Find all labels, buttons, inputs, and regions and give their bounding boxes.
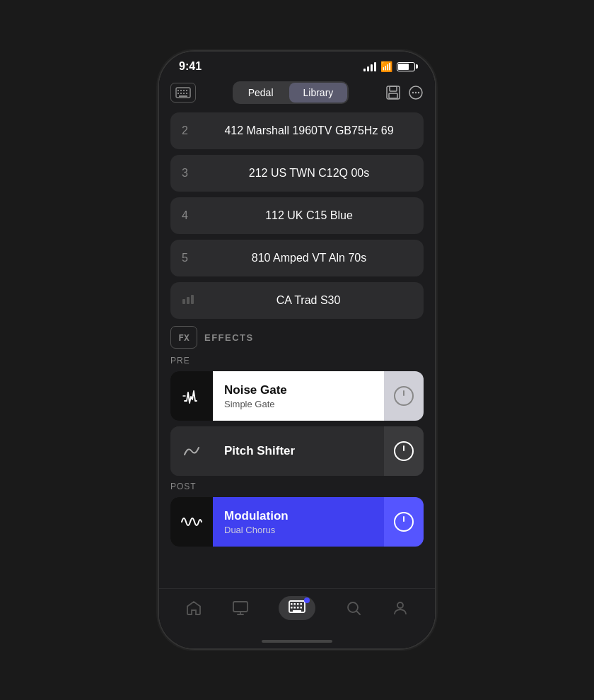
battery-icon [397,62,415,71]
nav-monitor[interactable] [232,600,249,617]
svg-point-16 [418,92,419,93]
modulation-name: Modulation [224,509,289,523]
bars-icon [182,293,197,308]
cabinet-num: 5 [182,252,196,264]
status-icons: 📶 [363,61,415,72]
svg-rect-6 [180,93,182,94]
nav-search[interactable] [345,600,362,617]
cabinet-num: 3 [182,167,196,180]
cabinet-num: 2 [182,124,196,137]
cabinet-name: 212 US TWN C12Q 00s [206,167,412,180]
noise-gate-name: Noise Gate [224,383,287,397]
noise-gate-item[interactable]: Noise Gate Simple Gate [170,371,424,421]
save-button[interactable] [385,85,401,100]
home-bar [262,640,332,643]
noise-gate-sub: Simple Gate [224,399,287,409]
svg-rect-5 [177,93,179,94]
svg-point-14 [412,92,414,93]
power-icon [394,512,414,532]
cabinet-name: 112 UK C15 Blue [206,209,412,222]
svg-rect-7 [183,93,185,94]
list-item[interactable]: 3 212 US TWN C12Q 00s [170,155,424,192]
content: 2 412 Marshall 1960TV GB75Hz 69 3 212 US… [159,112,435,588]
cabinet-name: 412 Marshall 1960TV GB75Hz 69 [206,124,412,137]
signal-icon [363,62,376,71]
svg-rect-26 [301,603,303,605]
svg-rect-24 [294,603,296,605]
effects-header: FX EFFECTS [170,326,424,349]
list-item[interactable]: 4 112 UK C15 Blue [170,197,424,234]
top-actions [385,85,424,100]
cabinet-num: 4 [182,209,196,222]
home-indicator [159,634,435,648]
nav-profile[interactable] [392,600,409,617]
status-bar: 9:41 📶 [159,52,435,76]
pre-label: PRE [170,356,424,366]
power-icon [394,386,414,406]
pedal-tab[interactable]: Pedal [234,83,288,103]
list-item[interactable]: 5 810 Amped VT Aln 70s [170,240,424,276]
screen: 9:41 📶 [159,52,435,648]
pitch-shifter-item[interactable]: Pitch Shifter [170,426,424,476]
noise-gate-content: Noise Gate Simple Gate [213,371,384,421]
svg-rect-29 [297,607,299,609]
noise-gate-power[interactable] [384,371,424,421]
modulation-item[interactable]: Modulation Dual Chorus [170,497,424,547]
cabinet-name: CA Trad S30 [204,294,412,307]
svg-rect-31 [293,610,301,612]
cabinet-name: 810 Amped VT Aln 70s [206,252,412,264]
svg-point-15 [415,92,417,93]
svg-rect-28 [294,607,296,609]
fx-badge: FX [170,326,197,349]
more-button[interactable] [408,85,424,100]
modulation-sub: Dual Chorus [224,525,289,535]
svg-rect-3 [183,90,185,91]
svg-rect-2 [180,90,182,91]
svg-rect-9 [179,95,187,97]
svg-rect-18 [187,297,190,304]
status-time: 9:41 [179,60,202,73]
modulation-content: Modulation Dual Chorus [213,497,384,547]
pitch-shifter-power[interactable] [384,426,424,476]
power-icon [394,441,414,461]
pitch-shifter-name: Pitch Shifter [224,444,295,458]
pitch-shifter-icon-area [170,426,213,476]
bottom-nav [159,588,435,634]
svg-rect-21 [233,602,248,612]
modulation-icon-area [170,497,213,547]
nav-home[interactable] [185,600,202,617]
svg-rect-12 [389,93,397,98]
svg-rect-1 [177,90,179,91]
svg-rect-23 [291,603,293,605]
pitch-shifter-content: Pitch Shifter [213,426,384,476]
modulation-power[interactable] [384,497,424,547]
svg-point-33 [397,602,403,608]
svg-rect-30 [301,607,303,609]
nav-keyboard[interactable] [279,596,315,620]
svg-rect-27 [291,607,293,609]
effects-label: EFFECTS [204,332,254,343]
list-item[interactable]: 2 412 Marshall 1960TV GB75Hz 69 [170,112,424,149]
wifi-icon: 📶 [380,61,392,72]
post-label: POST [170,482,424,491]
segment-control: Pedal Library [233,81,349,104]
effects-section: FX EFFECTS PRE Noise Gate [170,326,424,547]
svg-rect-8 [186,93,187,94]
noise-gate-icon-area [170,371,213,421]
phone-frame: 9:41 📶 [159,52,435,648]
bluetooth-dot [304,597,310,603]
svg-rect-11 [390,86,397,91]
svg-rect-17 [182,299,185,304]
svg-rect-25 [297,603,299,605]
keyboard-icon[interactable] [170,83,196,103]
list-item[interactable]: CA Trad S30 [170,282,424,319]
library-tab[interactable]: Library [289,83,348,103]
top-bar: Pedal Library [159,76,435,112]
svg-rect-4 [186,90,187,91]
svg-rect-19 [191,295,194,304]
